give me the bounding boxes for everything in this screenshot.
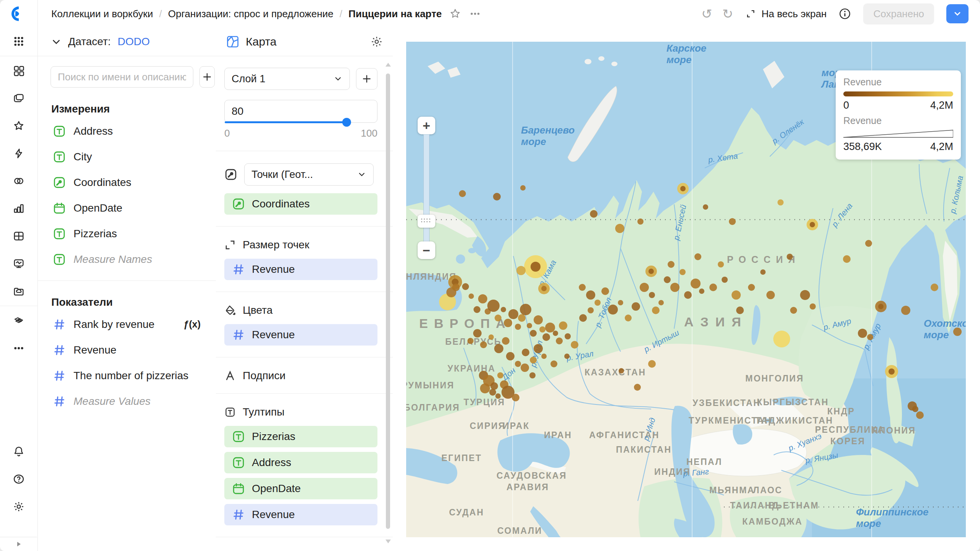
map-point[interactable]	[493, 193, 501, 201]
map-point[interactable]	[527, 323, 532, 328]
map-point[interactable]	[530, 330, 537, 337]
map-point[interactable]	[541, 354, 547, 359]
map-point[interactable]	[565, 333, 571, 339]
map-point[interactable]	[608, 305, 618, 315]
layer-select[interactable]: Слой 1	[224, 68, 350, 90]
map-point[interactable]	[634, 384, 641, 391]
opacity-slider-knob[interactable]	[342, 118, 351, 127]
map-point[interactable]	[506, 352, 514, 360]
map-point[interactable]	[553, 331, 558, 336]
map-point[interactable]	[619, 368, 624, 373]
scrollbar-thumb[interactable]	[386, 73, 390, 529]
map-point[interactable]	[515, 361, 521, 367]
map-point[interactable]	[703, 204, 708, 210]
map-point-core[interactable]	[878, 304, 884, 309]
map-point[interactable]	[637, 218, 644, 225]
undo-icon[interactable]: ↺	[701, 7, 712, 20]
breadcrumb-workbook[interactable]: Организации: спрос и предложение	[168, 8, 333, 20]
map-point[interactable]	[699, 289, 704, 294]
map-point[interactable]	[586, 290, 595, 300]
map-point[interactable]	[462, 283, 469, 290]
map-point[interactable]	[459, 190, 466, 197]
collapse-chevron-icon[interactable]	[51, 37, 61, 47]
map-point[interactable]	[691, 279, 701, 289]
zoom-out-button[interactable]: −	[418, 241, 435, 259]
settings-scrollbar[interactable]	[385, 63, 390, 543]
map-point[interactable]	[495, 393, 501, 399]
map-point[interactable]	[618, 300, 623, 305]
map-point[interactable]	[530, 357, 537, 364]
save-dropdown-button[interactable]	[946, 4, 969, 23]
map-point-core[interactable]	[541, 286, 547, 291]
map-point[interactable]	[490, 382, 498, 390]
map-point-core[interactable]	[810, 222, 815, 227]
map-point[interactable]	[564, 354, 570, 359]
map-point[interactable]	[545, 323, 555, 333]
dimension-item[interactable]: Pizzerias	[51, 221, 203, 246]
notifications-bell-icon[interactable]	[0, 438, 38, 465]
map-point[interactable]	[867, 334, 873, 340]
size-field-chip[interactable]: Revenue	[224, 259, 377, 280]
tooltip-field-chip[interactable]: OpenDate	[224, 478, 377, 499]
map-point[interactable]	[590, 210, 598, 218]
map-point[interactable]	[901, 306, 910, 315]
sidebar-item-editor[interactable]	[0, 140, 38, 167]
map-point[interactable]	[474, 306, 480, 313]
scroll-up-arrow[interactable]	[385, 63, 391, 67]
datalens-logo[interactable]	[0, 0, 38, 28]
map-point[interactable]	[736, 306, 744, 314]
color-field-chip[interactable]: Revenue	[224, 324, 377, 346]
map-point[interactable]	[488, 334, 494, 340]
map-point[interactable]	[534, 315, 543, 324]
sidebar-item-more[interactable]	[0, 334, 38, 362]
chart-settings-gear-icon[interactable]	[371, 36, 383, 48]
measure-item[interactable]: Revenue	[51, 337, 203, 363]
geopoint-field-chip[interactable]: Coordinates	[224, 193, 377, 215]
map-point[interactable]	[709, 284, 717, 291]
map-point[interactable]	[729, 218, 736, 225]
sidebar-item-collections[interactable]	[0, 85, 38, 112]
map-point[interactable]	[664, 276, 671, 283]
saved-button[interactable]: Сохранено	[863, 3, 934, 24]
fullscreen-button[interactable]: На весь экран	[745, 8, 826, 20]
map-point[interactable]	[766, 291, 775, 299]
map-point[interactable]	[953, 328, 962, 336]
map-point[interactable]	[684, 291, 692, 299]
map-point[interactable]	[452, 284, 460, 291]
map-point[interactable]	[522, 349, 529, 356]
dimension-item[interactable]: OpenDate	[51, 195, 203, 221]
add-field-button[interactable]	[199, 66, 215, 88]
map-point[interactable]	[521, 364, 529, 372]
map-point[interactable]	[652, 306, 660, 314]
measure-item[interactable]: Rank by revenueƒ(x)	[51, 311, 203, 337]
map-point[interactable]	[534, 344, 543, 353]
zoom-slider-handle[interactable]	[418, 215, 435, 228]
map-point[interactable]	[595, 300, 601, 306]
measure-item[interactable]: Measure Values	[51, 388, 203, 414]
opacity-slider-track[interactable]	[225, 121, 346, 123]
map-point[interactable]	[810, 303, 816, 310]
map-point[interactable]	[931, 284, 938, 291]
map-point[interactable]	[601, 287, 609, 295]
map-point[interactable]	[539, 326, 546, 333]
map-point[interactable]	[694, 253, 701, 260]
map-point[interactable]	[487, 300, 500, 312]
apps-grid-icon[interactable]	[0, 28, 38, 55]
map-point[interactable]	[520, 185, 526, 191]
map-point[interactable]	[504, 319, 512, 327]
map-point-core[interactable]	[648, 269, 654, 274]
map-point[interactable]	[632, 302, 640, 311]
sidebar-item-tables[interactable]	[0, 222, 38, 250]
dimension-item[interactable]: Coordinates	[51, 170, 203, 195]
map-point[interactable]	[512, 394, 519, 401]
sidebar-item-favorites[interactable]	[0, 112, 38, 140]
map-point[interactable]	[912, 406, 918, 412]
map-point[interactable]	[556, 337, 563, 344]
settings-gear-icon[interactable]	[0, 493, 38, 520]
map-point[interactable]	[787, 254, 793, 260]
map-point[interactable]	[502, 337, 510, 345]
dimension-item[interactable]: Address	[51, 118, 203, 144]
map-point[interactable]	[518, 314, 526, 322]
map-point[interactable]	[760, 269, 766, 275]
map-point[interactable]	[571, 341, 578, 349]
